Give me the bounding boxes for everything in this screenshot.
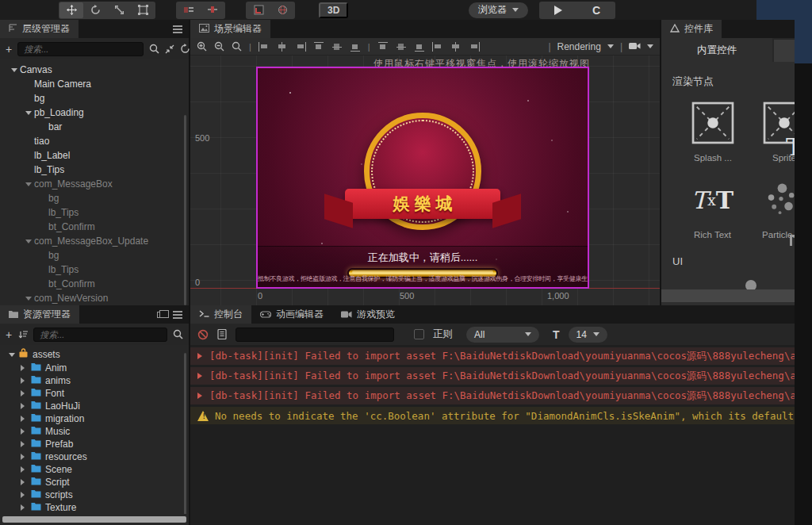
align-v-middle-icon[interactable] [331, 42, 343, 52]
scene-viewport[interactable]: 使用鼠标右键平移视窗焦点，使用滚轮缩放视图 500 0 0 500 1,000 … [190, 56, 660, 305]
expand-arrow-icon[interactable] [21, 441, 30, 447]
expand-arrow-icon[interactable] [21, 479, 30, 485]
asset-folder-item[interactable]: migration [0, 412, 189, 425]
refresh-tree-icon[interactable] [180, 44, 190, 54]
warning-log-row[interactable]: No needs to indicate the 'cc.Boolean' at… [190, 407, 795, 424]
assets-hscrollbar[interactable] [2, 516, 186, 523]
refresh-button[interactable]: C [577, 2, 615, 19]
expand-arrow-icon[interactable] [21, 504, 30, 511]
error-log-row[interactable]: [db-task][init] Failed to import asset F… [190, 367, 795, 385]
align-top-icon[interactable] [313, 42, 324, 52]
search-icon[interactable] [149, 44, 159, 54]
tab-hierarchy[interactable]: 层级管理器 [0, 20, 79, 38]
expand-triangle-icon[interactable] [197, 393, 202, 399]
distribute-middle-icon[interactable] [396, 42, 407, 52]
add-asset-button[interactable]: + [6, 329, 12, 340]
expand-arrow-icon[interactable] [21, 390, 30, 397]
tab-game-preview[interactable]: 游戏预览 [332, 305, 404, 324]
assets-scrollbar[interactable] [184, 353, 186, 514]
asset-folder-item[interactable]: LaoHuJi [0, 400, 189, 412]
asset-folder-item[interactable]: scripts [0, 489, 189, 501]
add-node-button[interactable]: + [6, 44, 12, 55]
hierarchy-node[interactable]: lb_Tips [0, 205, 189, 220]
align-h-center-icon[interactable] [277, 42, 288, 52]
hierarchy-node[interactable]: lb_Label [0, 148, 189, 163]
hierarchy-node[interactable]: com_MessageBox [0, 177, 189, 191]
collapse-all-icon[interactable] [165, 44, 174, 54]
browser-select[interactable]: 浏览器 [469, 2, 528, 18]
expand-arrow-icon[interactable] [22, 182, 34, 186]
hierarchy-node[interactable]: Main Camera [0, 77, 189, 91]
expand-arrow-icon[interactable] [21, 492, 30, 498]
rotation-mode-button[interactable] [201, 2, 224, 18]
library-hscrollbar[interactable] [661, 289, 795, 302]
asset-folder-item[interactable]: anims [0, 374, 189, 387]
sort-icon[interactable] [17, 330, 28, 339]
subtab-builtin-widgets[interactable]: 内置控件 [661, 38, 772, 62]
hierarchy-node[interactable]: tiao [0, 134, 189, 148]
asset-folder-item[interactable]: Script [0, 476, 189, 489]
distribute-bottom-icon[interactable] [414, 42, 425, 52]
subtab-partial[interactable] [774, 40, 795, 62]
widget-item[interactable]: Splash ... [691, 100, 734, 163]
tab-assets[interactable]: 资源管理器 [0, 305, 79, 324]
hierarchy-search-input[interactable] [17, 42, 144, 56]
hierarchy-node[interactable]: lb_Tips [0, 163, 189, 177]
expand-arrow-icon[interactable] [22, 297, 34, 301]
hierarchy-node[interactable]: bg [0, 191, 189, 205]
regex-checkbox[interactable] [414, 329, 424, 339]
distribute-top-icon[interactable] [377, 42, 389, 52]
widget-item-richtext[interactable]: TxT Rich Text [691, 177, 733, 240]
expand-arrow-icon[interactable] [21, 428, 30, 435]
hierarchy-node[interactable]: com_NewVersion [0, 291, 189, 305]
hierarchy-node[interactable]: bt_Confirm [0, 277, 189, 291]
distribute-left-icon[interactable] [432, 42, 443, 52]
log-level-dropdown[interactable]: All [466, 327, 539, 343]
tab-console[interactable]: 控制台 [190, 305, 251, 324]
panel-menu-icon[interactable] [173, 314, 182, 316]
asset-folder-item[interactable]: Music [0, 425, 189, 438]
align-left-icon[interactable] [259, 42, 270, 52]
expand-triangle-icon[interactable] [197, 373, 202, 379]
expand-arrow-icon[interactable] [21, 466, 30, 473]
expand-arrow-icon[interactable] [22, 240, 34, 243]
camera-icon[interactable] [629, 41, 641, 52]
hierarchy-scrollbar[interactable] [184, 115, 186, 305]
error-log-row[interactable]: [db-task][init] Failed to import asset F… [190, 387, 795, 404]
widget-item-particle[interactable]: Particle... [762, 177, 795, 240]
expand-arrow-icon[interactable] [6, 353, 17, 357]
tab-scene-editor[interactable]: 场景编辑器 [190, 20, 270, 38]
hierarchy-node[interactable]: Canvas [0, 63, 189, 77]
zoom-in-icon[interactable] [197, 41, 207, 52]
distribute-center-icon[interactable] [450, 42, 462, 52]
asset-folder-item[interactable]: resources [0, 450, 189, 463]
hierarchy-node[interactable]: lb_Tips [0, 262, 189, 277]
expand-arrow-icon[interactable] [21, 403, 30, 409]
font-size-dropdown[interactable]: 14 [569, 327, 607, 343]
asset-folder-item[interactable]: Prefab [0, 438, 189, 450]
move-tool-button[interactable] [59, 2, 83, 18]
hierarchy-node[interactable]: bg [0, 248, 189, 262]
tab-animation-editor[interactable]: 动画编辑器 [251, 305, 332, 324]
asset-folder-item[interactable]: Font [0, 387, 189, 400]
hierarchy-node[interactable]: bar [0, 120, 189, 134]
error-log-row[interactable]: [db-task][init] Failed to import asset F… [190, 347, 795, 365]
asset-folder-item[interactable]: Texture [0, 501, 189, 514]
expand-arrow-icon[interactable] [21, 454, 30, 460]
local-coord-button[interactable] [247, 2, 270, 18]
expand-arrow-icon[interactable] [21, 416, 30, 422]
assets-search-input[interactable] [33, 328, 167, 342]
console-filter-input[interactable] [236, 328, 394, 342]
open-log-file-icon[interactable] [217, 329, 227, 339]
search-icon[interactable] [173, 329, 183, 339]
play-button[interactable] [539, 2, 577, 19]
rendering-dropdown[interactable]: Rendering [557, 41, 601, 52]
assets-root-item[interactable]: assets [0, 347, 189, 362]
game-canvas[interactable]: 888 娛樂城 正在加载中，请稍后...... 抵制不良游戏，拒绝盗版游戏，注意… [256, 67, 589, 289]
hierarchy-node[interactable]: bg [0, 91, 189, 105]
3d-mode-button[interactable]: 3D [319, 2, 348, 18]
rotate-tool-button[interactable] [83, 2, 107, 18]
distribute-right-icon[interactable] [469, 42, 480, 52]
hierarchy-node[interactable]: com_MessageBox_Update [0, 234, 189, 248]
expand-arrow-icon[interactable] [8, 68, 20, 72]
